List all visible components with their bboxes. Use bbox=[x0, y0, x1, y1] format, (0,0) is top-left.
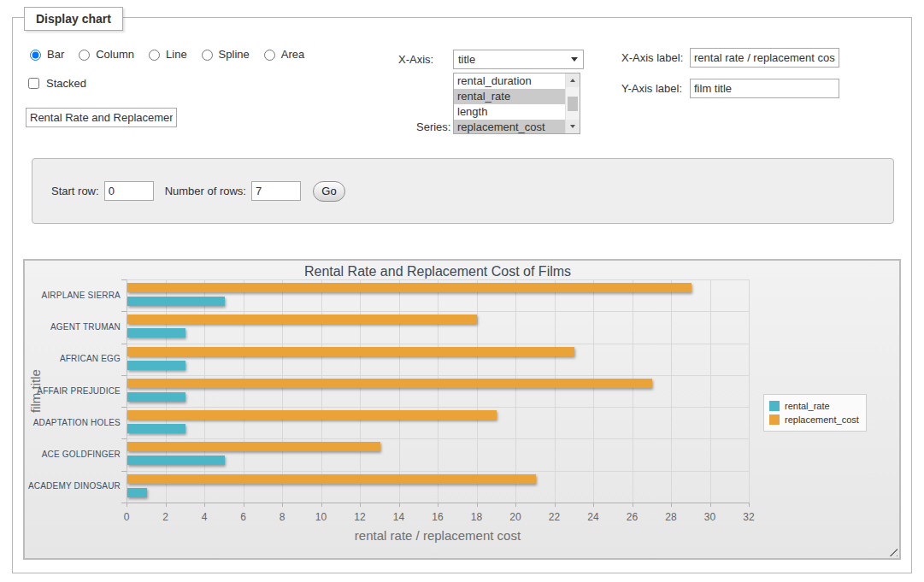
chevron-down-icon bbox=[571, 57, 578, 62]
x-axis-select-label: X-Axis: bbox=[398, 53, 433, 66]
gridline-horizontal bbox=[127, 407, 749, 408]
series-option-rental_rate[interactable]: rental_rate bbox=[454, 89, 565, 104]
number-of-rows-label: Number of rows: bbox=[165, 185, 246, 197]
x-axis-label-input[interactable] bbox=[690, 48, 839, 68]
gridline-horizontal bbox=[127, 438, 749, 439]
x-axis-tick-label: 6 bbox=[227, 511, 261, 523]
legend-item-rental_rate[interactable]: rental_rate bbox=[769, 399, 859, 413]
number-of-rows-input[interactable] bbox=[251, 181, 301, 201]
gridline-vertical bbox=[244, 279, 244, 503]
y-axis-category-label: ACADEMY DINOSAUR bbox=[26, 481, 121, 491]
gridline-vertical bbox=[438, 279, 438, 503]
gridline-horizontal bbox=[127, 471, 749, 472]
chart-type-option-label: Spline bbox=[219, 48, 250, 61]
x-axis-tick-label: 18 bbox=[460, 511, 494, 523]
legend-swatch-icon bbox=[769, 401, 780, 411]
x-axis-tick-label: 20 bbox=[498, 511, 533, 523]
bar-replacement_cost bbox=[127, 315, 477, 324]
legend-item-replacement_cost[interactable]: replacement_cost bbox=[769, 413, 859, 426]
gridline-vertical bbox=[593, 279, 594, 503]
chart-type-option-bar[interactable]: Bar bbox=[26, 47, 64, 61]
chart-legend: rental_ratereplacement_cost bbox=[763, 394, 867, 432]
chart-title: Rental Rate and Replacement Cost of Film… bbox=[127, 264, 749, 279]
y-axis-category-label: AFFAIR PREJUDICE bbox=[26, 386, 121, 396]
series-option-replacement_cost[interactable]: replacement_cost bbox=[454, 120, 565, 134]
x-axis-tick-label: 0 bbox=[109, 511, 144, 523]
chart-type-option-column[interactable]: Column bbox=[74, 47, 134, 61]
y-axis-category-label: ADAPTATION HOLES bbox=[26, 418, 121, 427]
bar-replacement_cost bbox=[127, 347, 574, 356]
chart-type-option-spline[interactable]: Spline bbox=[197, 47, 250, 61]
y-axis-line bbox=[127, 279, 127, 503]
bar-replacement_cost bbox=[127, 379, 652, 388]
rows-panel: Start row: Number of rows: Go bbox=[32, 158, 894, 224]
stacked-checkbox-row: Stacked bbox=[25, 75, 86, 91]
x-axis-tick bbox=[749, 503, 750, 507]
y-axis-label-input[interactable] bbox=[690, 79, 839, 98]
fieldset-legend: Display chart bbox=[24, 7, 123, 31]
x-axis-tick-label: 24 bbox=[576, 511, 610, 523]
gridline-vertical bbox=[710, 279, 711, 503]
chart-type-radio-line[interactable] bbox=[149, 50, 160, 61]
resize-handle-icon[interactable] bbox=[886, 545, 898, 556]
gridline-vertical bbox=[360, 279, 361, 503]
x-axis-select-value: title bbox=[458, 53, 475, 66]
chart-type-option-area[interactable]: Area bbox=[260, 47, 304, 61]
scrollbar-thumb[interactable] bbox=[568, 97, 578, 111]
bar-replacement_cost bbox=[127, 474, 536, 484]
x-axis-select[interactable]: title bbox=[453, 50, 584, 69]
chart-type-option-label: Bar bbox=[47, 48, 64, 61]
gridline-vertical bbox=[633, 279, 633, 503]
chart-type-radio-column[interactable] bbox=[79, 50, 90, 61]
chart-title-input[interactable] bbox=[26, 108, 177, 127]
scroll-up-icon[interactable] bbox=[566, 73, 580, 87]
gridline-vertical bbox=[399, 279, 400, 503]
scroll-down-icon[interactable] bbox=[566, 120, 580, 133]
bar-rental_rate bbox=[127, 424, 185, 433]
legend-swatch-icon bbox=[769, 414, 780, 425]
bar-rental_rate bbox=[127, 456, 225, 465]
y-axis-category-label: AIRPLANE SIERRA bbox=[26, 291, 121, 300]
bar-rental_rate bbox=[127, 488, 147, 497]
series-option-length[interactable]: length bbox=[454, 104, 565, 120]
x-axis-tick-label: 2 bbox=[149, 511, 183, 523]
series-multiselect[interactable]: rental_durationrental_ratelengthreplacem… bbox=[453, 73, 580, 134]
series-select-label: Series: bbox=[416, 121, 450, 133]
series-options: rental_durationrental_ratelengthreplacem… bbox=[454, 73, 565, 133]
y-axis-category-label: ACE GOLDFINGER bbox=[26, 450, 121, 459]
chart-type-option-label: Area bbox=[281, 48, 304, 61]
chart-type-option-label: Column bbox=[96, 48, 134, 61]
gridline-vertical bbox=[321, 279, 322, 503]
legend-label: replacement_cost bbox=[785, 414, 859, 425]
bar-rental_rate bbox=[127, 361, 185, 370]
bar-replacement_cost bbox=[127, 442, 380, 451]
x-axis-line bbox=[127, 503, 749, 503]
chart-type-option-line[interactable]: Line bbox=[144, 47, 187, 61]
stacked-label: Stacked bbox=[46, 77, 86, 90]
series-option-rental_duration[interactable]: rental_duration bbox=[454, 73, 565, 89]
x-axis-tick-label: 26 bbox=[615, 511, 650, 523]
stacked-checkbox[interactable] bbox=[28, 78, 39, 89]
x-axis-tick-label: 30 bbox=[693, 511, 727, 523]
legend-label: rental_rate bbox=[785, 401, 830, 411]
go-button[interactable]: Go bbox=[313, 181, 345, 202]
gridline-horizontal bbox=[127, 375, 749, 376]
y-axis-label-label: Y-Axis label: bbox=[621, 82, 682, 95]
gridline-vertical bbox=[555, 279, 556, 503]
x-axis-tick-label: 12 bbox=[343, 511, 377, 523]
chart-type-option-label: Line bbox=[166, 48, 187, 61]
chart-type-radio-spline[interactable] bbox=[202, 50, 213, 61]
gridline-vertical bbox=[477, 279, 478, 503]
bar-replacement_cost bbox=[127, 410, 497, 420]
chart-type-radio-group: BarColumnLineSplineArea bbox=[26, 47, 311, 61]
chart-type-radio-bar[interactable] bbox=[30, 50, 41, 61]
x-axis-tick-label: 8 bbox=[265, 511, 299, 523]
gridline-vertical bbox=[204, 279, 205, 503]
gridline-vertical bbox=[515, 279, 516, 503]
chart-type-radio-area[interactable] bbox=[264, 50, 275, 61]
series-scrollbar[interactable] bbox=[565, 73, 580, 133]
start-row-input[interactable] bbox=[104, 181, 154, 201]
bar-rental_rate bbox=[127, 328, 185, 338]
gridline-vertical bbox=[749, 279, 750, 503]
chart-x-axis-title: rental rate / replacement cost bbox=[127, 528, 749, 543]
